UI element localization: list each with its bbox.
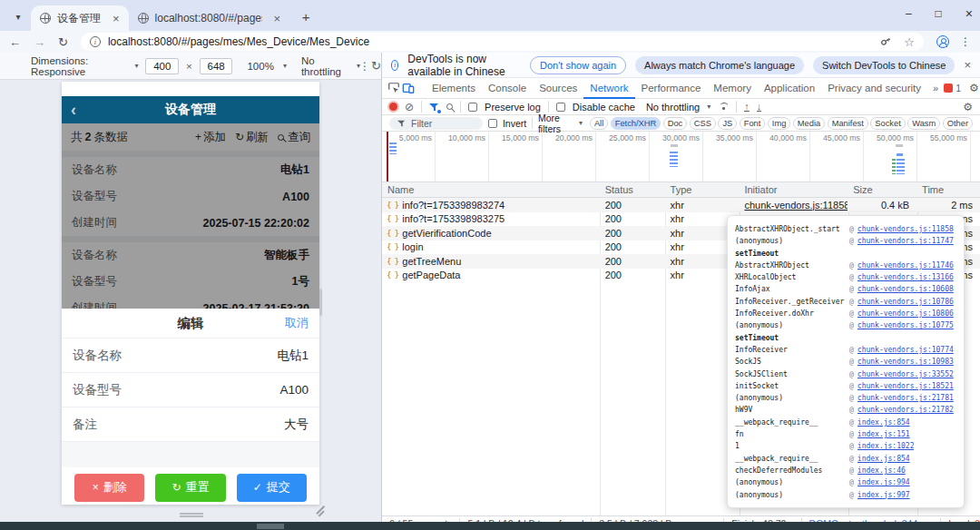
cancel-button[interactable]: 取消	[285, 315, 309, 331]
source-link[interactable]: chunk-vendors.js:10983	[858, 356, 954, 368]
devtools-tab[interactable]: Application	[758, 78, 821, 99]
width-input[interactable]: 400	[145, 58, 179, 74]
device-toolbar-toggle-icon[interactable]	[402, 81, 415, 95]
source-link[interactable]: chunk-vendors.js:21781	[858, 392, 954, 404]
search-icon[interactable]	[446, 103, 453, 110]
viewport-scrollbar[interactable]	[319, 289, 322, 316]
throttling-select[interactable]: No throttling	[646, 102, 700, 113]
form-field[interactable]: 设备型号A100	[62, 373, 319, 407]
preserve-log-label[interactable]: Preserve log	[485, 102, 541, 113]
network-settings-icon[interactable]: ⚙	[963, 101, 973, 113]
minimize-button[interactable]: –	[906, 7, 912, 20]
clear-icon[interactable]: ⊘	[405, 101, 414, 113]
source-link[interactable]: chunk-vendors.js:21782	[858, 404, 954, 416]
devtools-tab[interactable]: Network	[583, 78, 634, 99]
site-info-icon[interactable]: i	[90, 36, 101, 47]
back-chevron-icon[interactable]: ‹	[71, 98, 76, 122]
error-badge[interactable]: 1	[944, 83, 961, 93]
filter-chip[interactable]: Wasm	[907, 117, 940, 130]
filter-chip[interactable]: Manifest	[828, 117, 868, 130]
column-name[interactable]: Name	[382, 184, 600, 195]
tab-close-icon[interactable]: ×	[113, 12, 120, 25]
viewport-resize-handle[interactable]	[316, 506, 325, 515]
column-type[interactable]: Type	[665, 184, 740, 195]
source-link[interactable]: index.js:1022	[858, 440, 915, 452]
more-filters-button[interactable]: More filters	[538, 113, 573, 134]
scrollbar-thumb[interactable]	[257, 524, 284, 529]
form-field[interactable]: 设备名称电钻1	[62, 339, 319, 373]
initiator-link[interactable]: chunk-vendors.js:11858	[739, 200, 848, 211]
devtools-settings-icon[interactable]: ⚙	[969, 82, 979, 94]
column-time[interactable]: Time	[916, 184, 980, 195]
zoom-select[interactable]: 100%	[247, 61, 273, 72]
source-link[interactable]: chunk-vendors.js:18521	[858, 380, 954, 392]
bookmark-star-icon[interactable]: ☆	[904, 35, 915, 49]
request-row[interactable]: { }info?t=1753398983274 200 xhr chunk-ve…	[382, 198, 980, 212]
height-input[interactable]: 648	[200, 58, 233, 74]
devtools-tab[interactable]: Elements	[426, 78, 482, 99]
export-har-icon[interactable]: ↓	[757, 102, 762, 113]
source-link[interactable]: chunk-vendors.js:10774	[858, 344, 954, 356]
devtools-drag-handle[interactable]	[180, 513, 203, 517]
devtools-tab[interactable]: Performance	[635, 78, 708, 99]
devtools-tab[interactable]: Privacy and security	[821, 78, 927, 99]
tab-close-icon[interactable]: ×	[274, 12, 281, 25]
inspect-element-icon[interactable]	[387, 81, 400, 95]
source-link[interactable]: index.js:854	[858, 453, 910, 465]
filter-chip[interactable]: All	[590, 117, 608, 130]
reset-button[interactable]: ↻重置	[155, 474, 225, 502]
filter-chip[interactable]: Socket	[870, 117, 905, 130]
modal-mask[interactable]	[62, 123, 319, 309]
delete-button[interactable]: ×删除	[74, 474, 144, 502]
source-link[interactable]: chunk-vendors.js:10786	[858, 296, 954, 308]
filter-chip[interactable]: Media	[793, 117, 825, 130]
filter-chip[interactable]: Img	[768, 117, 791, 130]
dimensions-select[interactable]: Dimensions: Responsive	[31, 55, 125, 77]
source-link[interactable]: index.js:151	[858, 428, 910, 440]
submit-button[interactable]: ✓提交	[237, 474, 307, 502]
source-link[interactable]: index.js:997	[858, 489, 910, 501]
notice-close-icon[interactable]: ×	[964, 58, 971, 72]
filter-input[interactable]: Filter	[389, 117, 483, 130]
source-link[interactable]: chunk-vendors.js:33552	[858, 368, 954, 380]
address-bar[interactable]: i localhost:8080/#/pages/mes/Mes_Device/…	[81, 33, 924, 51]
filter-icon[interactable]	[429, 103, 439, 112]
device-toolbar-menu-icon[interactable]: ⋮	[359, 60, 370, 73]
rotate-icon[interactable]: ↻	[371, 59, 381, 73]
bottom-scrollbar[interactable]	[0, 522, 980, 530]
filter-chip[interactable]: JS	[718, 117, 737, 130]
disable-cache-checkbox[interactable]	[556, 103, 565, 112]
throttling-select[interactable]: No throttling	[301, 55, 348, 77]
invert-checkbox[interactable]	[488, 119, 497, 128]
network-conditions-icon[interactable]	[718, 103, 729, 111]
import-har-icon[interactable]: ↑	[744, 102, 750, 113]
source-link[interactable]: chunk-vendors.js:11858	[858, 223, 954, 235]
column-initiator[interactable]: Initiator	[739, 184, 848, 195]
source-link[interactable]: index.js:854	[858, 417, 910, 428]
devtools-tab[interactable]: Memory	[707, 78, 758, 99]
form-field[interactable]: 备注大号	[62, 407, 319, 442]
tab-device-management[interactable]: 设备管理 ×	[31, 5, 129, 31]
reload-button[interactable]: ↻	[58, 35, 68, 49]
source-link[interactable]: chunk-vendors.js:10608	[858, 283, 954, 295]
invert-label[interactable]: Invert	[503, 118, 526, 129]
profile-avatar[interactable]	[936, 35, 949, 48]
filter-chip[interactable]: CSS	[690, 117, 716, 130]
source-link[interactable]: chunk-vendors.js:11746	[858, 260, 954, 271]
filter-chip[interactable]: Font	[740, 117, 766, 130]
column-size[interactable]: Size	[848, 184, 916, 195]
filter-chip[interactable]: Other	[943, 117, 973, 130]
source-link[interactable]: index.js:994	[858, 476, 910, 488]
source-link[interactable]: chunk-vendors.js:10775	[858, 319, 954, 331]
record-icon[interactable]	[389, 103, 397, 111]
filter-chip[interactable]: Doc	[663, 117, 688, 130]
forward-button[interactable]: →	[34, 35, 45, 49]
dont-show-again-button[interactable]: Don't show again	[530, 56, 626, 74]
source-link[interactable]: chunk-vendors.js:11747	[858, 235, 954, 247]
switch-chinese-button[interactable]: Switch DevTools to Chinese	[813, 56, 955, 74]
tab-search-chevron-icon[interactable]: ▾	[7, 5, 29, 27]
match-language-button[interactable]: Always match Chrome's language	[635, 56, 804, 74]
devtools-tab[interactable]: Sources	[533, 78, 583, 99]
back-button[interactable]: ←	[9, 35, 21, 49]
tab-localhost[interactable]: localhost:8080/#/pages/men ×	[129, 5, 290, 31]
